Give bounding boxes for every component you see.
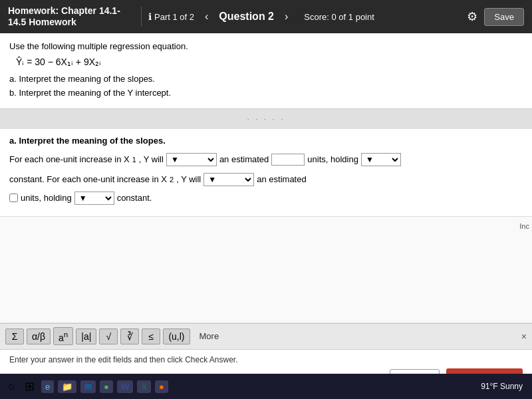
text-estimated-1: an estimated xyxy=(219,151,269,168)
instructions: a. Interpret the meaning of the slopes. … xyxy=(9,72,523,100)
prev-question-button[interactable]: ‹ xyxy=(201,9,212,24)
footer-note: Enter your answer in the edit fields and… xyxy=(9,355,523,364)
excel-icon[interactable]: X xyxy=(137,380,151,393)
select-holding-2[interactable]: ▼ X₁ X₂ xyxy=(74,192,114,205)
text-y-will-2: , Y will xyxy=(176,171,201,188)
text-x1-pre: For each one-unit increase in X xyxy=(9,151,130,168)
instruction-b: b. Interpret the meaning of the Y interc… xyxy=(9,86,523,100)
toolbar-alpha-beta-button[interactable]: α/β xyxy=(27,329,51,344)
text-sub2: 2 xyxy=(170,172,174,187)
problem-intro: Use the following multiple regression eq… xyxy=(9,41,523,51)
toolbar-absolute-button[interactable]: |a| xyxy=(76,329,96,344)
widgets-icon[interactable]: ⊞ xyxy=(22,378,37,395)
text-y-will: , Y will xyxy=(139,151,164,168)
header: Homework: Chapter 14.1-14.5 Homework ℹ P… xyxy=(0,0,532,33)
header-divider xyxy=(141,7,142,27)
instruction-a: a. Interpret the meaning of the slopes. xyxy=(9,72,523,86)
weather-label: 91°F Sunny xyxy=(481,382,523,391)
select-holding-1[interactable]: ▼ X₁ X₂ xyxy=(361,153,401,166)
word-icon[interactable]: W xyxy=(117,380,133,393)
section-a: a. Interpret the meaning of the slopes. … xyxy=(0,129,532,217)
page-title: Homework: Chapter 14.1-14.5 Homework xyxy=(8,5,134,28)
input-units-1[interactable] xyxy=(271,154,305,166)
equation-text: Ŷᵢ = 30 − 6X₁ᵢ + 9X₂ᵢ xyxy=(16,57,101,67)
toolbar-cbrt-button[interactable]: ∛ xyxy=(120,329,139,344)
inc-label: Inc xyxy=(519,222,529,230)
text-sub1: 1 xyxy=(132,152,136,167)
toolbar-ul-button[interactable]: (u,l) xyxy=(163,329,190,344)
next-question-button[interactable]: › xyxy=(281,9,292,24)
text-units-2: units, holding xyxy=(21,190,72,207)
text-estimated-2: an estimated xyxy=(257,171,306,188)
math-toolbar: Σ α/β an |a| √ ∛ ≤ (u,l) More × xyxy=(0,323,532,350)
sentence-row-1: For each one-unit increase in X 1 , Y wi… xyxy=(9,151,523,188)
chrome-icon[interactable]: ● xyxy=(100,380,113,393)
search-icon[interactable]: ○ xyxy=(5,378,18,395)
toolbar-sum-button[interactable]: Σ xyxy=(5,329,24,344)
toolbar-close-button[interactable]: × xyxy=(521,331,527,342)
mail-icon[interactable]: ✉ xyxy=(80,380,96,393)
sentence-row-2: units, holding ▼ X₁ X₂ constant. xyxy=(9,190,523,207)
question-label: Question 2 xyxy=(219,11,274,23)
another-icon[interactable]: ● xyxy=(155,380,168,393)
dots-divider: · · · · · xyxy=(0,114,532,124)
text-constant-2: constant. xyxy=(117,190,152,207)
work-area: Inc xyxy=(0,217,532,323)
text-units-1: units, holding xyxy=(307,151,358,168)
problem-section: Use the following multiple regression eq… xyxy=(0,33,532,109)
edge-icon[interactable]: e xyxy=(41,380,54,393)
toolbar-superscript-button[interactable]: an xyxy=(53,327,73,346)
score-label: Score: 0 of 1 point xyxy=(304,12,374,22)
save-button[interactable]: Save xyxy=(484,8,524,26)
more-button[interactable]: More xyxy=(196,329,223,343)
equation: Ŷᵢ = 30 − 6X₁ᵢ + 9X₂ᵢ xyxy=(16,57,523,67)
select-increase-decrease-2[interactable]: ▼ increase decrease xyxy=(203,173,254,186)
taskbar: ○ ⊞ e 📁 ✉ ● W X ● 91°F Sunny xyxy=(0,374,532,399)
checkbox-units-2[interactable] xyxy=(9,194,18,202)
part-info: ℹ Part 1 of 2 xyxy=(148,11,194,22)
file-explorer-icon[interactable]: 📁 xyxy=(58,380,76,393)
toolbar-leq-button[interactable]: ≤ xyxy=(142,329,160,344)
settings-button[interactable]: ⚙ xyxy=(467,9,477,24)
info-icon: ℹ xyxy=(148,11,152,22)
select-increase-decrease-1[interactable]: ▼ increase decrease xyxy=(166,153,217,166)
toolbar-sqrt-button[interactable]: √ xyxy=(99,329,118,344)
text-constant-1: constant. For each one-unit increase in … xyxy=(9,171,167,188)
section-a-title: a. Interpret the meaning of the slopes. xyxy=(9,136,523,146)
part-label: Part 1 of 2 xyxy=(154,12,194,22)
